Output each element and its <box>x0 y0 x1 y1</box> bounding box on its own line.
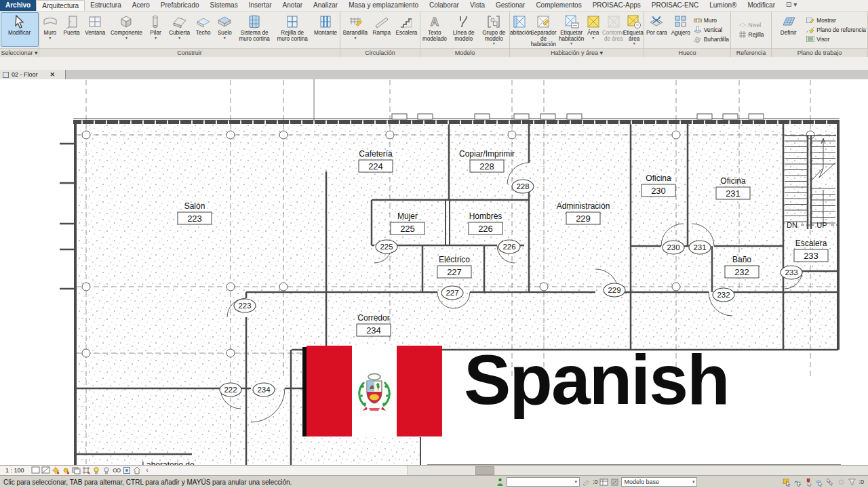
view-tab-close-icon[interactable]: ✕ <box>50 71 56 78</box>
room-label-escalera-233[interactable]: Escalera <box>795 239 827 248</box>
ribbon-button-vertical[interactable]: Vertical <box>694 25 729 35</box>
worksharing-user-icon[interactable] <box>496 478 505 487</box>
drag-on-selection-icon[interactable] <box>826 478 835 487</box>
collapse-icon[interactable]: ‹ <box>143 466 152 474</box>
room-number-234[interactable]: 234 <box>366 325 381 336</box>
door-tag-230[interactable]: 230 <box>667 243 679 251</box>
design-options-combobox[interactable]: ▾ <box>507 477 580 487</box>
select-pinned-icon[interactable] <box>804 478 813 487</box>
ribbon-button-puerta[interactable]: Puerta <box>61 12 83 47</box>
hide-elements-icon[interactable] <box>102 466 111 474</box>
hints-gear-icon[interactable] <box>837 478 846 487</box>
sun-settings-icon[interactable] <box>52 466 60 474</box>
room-number-230[interactable]: 230 <box>651 186 666 196</box>
room-number-225[interactable]: 225 <box>400 224 415 234</box>
ribbon-button-agujero[interactable]: Agujero <box>669 12 692 47</box>
room-number-228[interactable]: 228 <box>479 161 494 171</box>
worksets-dialog-icon[interactable] <box>599 478 608 487</box>
ribbon-button-sistema-de-muro-cortina[interactable]: Sistema de muro cortina <box>235 12 273 47</box>
ribbon-button-separador-de-habitaci-n[interactable]: Separador de habitación <box>528 12 559 47</box>
ribbon-button-grupo-de-modelo[interactable]: Grupo de modelo▾ <box>479 12 509 47</box>
ribbon-button-habitaci-n[interactable]: Habitación <box>510 12 528 47</box>
door-tag-226[interactable]: 226 <box>502 243 515 251</box>
door-tag-227[interactable]: 227 <box>446 289 458 297</box>
room-label-corredor-234[interactable]: Corredor <box>357 313 389 323</box>
shadows-off-icon[interactable] <box>62 466 71 474</box>
horizontal-scrollbar[interactable] <box>407 466 868 475</box>
active-workset-combobox[interactable]: Modelo base ▾ <box>621 477 697 487</box>
menu-tab-prefabricado[interactable]: Prefabricado <box>155 0 205 11</box>
menu-tab-gestionar[interactable]: Gestionar <box>490 0 530 11</box>
menu-tab-acero[interactable]: Acero <box>127 0 155 11</box>
gray-inactive-icon[interactable] <box>610 478 619 487</box>
ribbon-button-modificar[interactable]: Modificar <box>1 12 39 47</box>
menu-tab-proisac-enc[interactable]: PROISAC-ENC <box>646 0 704 11</box>
rendering-icon[interactable] <box>72 466 81 474</box>
ribbon-button-rejilla-de-muro-cortina[interactable]: Rejilla de muro cortina <box>273 12 311 47</box>
menu-tab-arquitectura[interactable]: Arquitectura <box>36 0 85 11</box>
select-links-icon[interactable] <box>783 478 791 487</box>
door-tag-228[interactable]: 228 <box>516 182 529 190</box>
door-tag-233[interactable]: 233 <box>785 268 797 277</box>
menu-tab-analizar[interactable]: Analizar <box>308 0 343 11</box>
ribbon-button-muro[interactable]: Muro▾ <box>39 12 61 47</box>
ribbon-button-cubierta[interactable]: Cubierta▾ <box>166 12 193 47</box>
ribbon-button-ventana[interactable]: Ventana <box>82 12 108 47</box>
room-label-copiar-imprimir-228[interactable]: Copiar/Imprimir <box>459 149 515 159</box>
menu-tab-estructura[interactable]: Estructura <box>85 0 127 11</box>
room-number-229[interactable]: 229 <box>576 214 591 224</box>
ribbon-button-texto-modelado[interactable]: ATexto modelado <box>420 12 449 47</box>
view-tab-02-floor[interactable]: 02 - Floor ✕ <box>0 70 66 79</box>
menu-tab-proisac-apps[interactable]: PROISAC-Apps <box>587 0 646 11</box>
door-tag-222[interactable]: 222 <box>224 386 237 394</box>
ribbon-button-barandilla[interactable]: Barandilla▾ <box>340 12 370 47</box>
menu-tab-masa-y-emplazamiento[interactable]: Masa y emplazamiento <box>343 0 424 11</box>
menu-tab-lumion[interactable]: Lumion® <box>704 0 742 11</box>
room-label-oficina-230[interactable]: Oficina <box>646 174 671 183</box>
room-label-el-ctrico-227[interactable]: Eléctrico <box>439 255 470 264</box>
menu-tab-colaborar[interactable]: Colaborar <box>424 0 465 11</box>
room-number-226[interactable]: 226 <box>478 224 493 234</box>
crop-region-icon[interactable] <box>92 466 101 474</box>
menu-tab-insertar[interactable]: Insertar <box>243 0 277 11</box>
door-tag-234[interactable]: 234 <box>257 386 271 394</box>
ribbon-button-techo[interactable]: Techo <box>193 12 214 47</box>
ribbon-button-etiquetar-habitaci-n[interactable]: Etiquetar habitación▾ <box>559 12 584 47</box>
horizontal-scrollbar-thumb[interactable] <box>475 466 494 475</box>
door-tag-225[interactable]: 225 <box>380 243 393 251</box>
temporary-properties-icon[interactable] <box>123 466 132 474</box>
room-number-224[interactable]: 224 <box>368 161 383 171</box>
room-label-hombres-226[interactable]: Hombres <box>469 211 502 221</box>
room-label-cafeter-a-224[interactable]: Cafetería <box>359 149 393 159</box>
shaded-mode-icon[interactable] <box>41 466 50 474</box>
menu-tab-anotar[interactable]: Anotar <box>277 0 308 11</box>
ribbon-button-suelo[interactable]: Suelo▾ <box>214 12 236 47</box>
door-tag-231[interactable]: 231 <box>693 243 706 251</box>
ribbon-button-buhardilla[interactable]: Buhardilla <box>694 35 729 44</box>
crop-view-icon[interactable] <box>82 466 91 474</box>
ribbon-button-rampa[interactable]: Rampa <box>370 12 393 47</box>
room-label-administraci-n-229[interactable]: Administración <box>557 201 610 211</box>
menu-tab-sistemas[interactable]: Sistemas <box>205 0 243 11</box>
room-number-223[interactable]: 223 <box>187 214 202 224</box>
ribbon-button-componente[interactable]: Componente▾ <box>108 12 145 47</box>
view-scale-button[interactable]: 1 : 100 <box>5 467 24 474</box>
ribbon-button-por-cara[interactable]: Por cara <box>644 12 669 47</box>
ribbon-button-pilar[interactable]: Pilar▾ <box>145 12 167 47</box>
select-by-face-icon[interactable] <box>815 478 824 487</box>
door-tag-223[interactable]: 223 <box>238 302 251 310</box>
ribbon-button-montante[interactable]: Montante <box>311 12 340 47</box>
menu-tab-archivo[interactable]: Archivo <box>0 0 36 11</box>
room-label-oficina-231[interactable]: Oficina <box>720 176 746 186</box>
ribbon-button-escalera[interactable]: Escalera <box>393 12 420 47</box>
editable-only-icon[interactable] <box>582 478 591 487</box>
select-underlay-icon[interactable] <box>793 478 802 487</box>
ribbon-button-etiquetar-rea[interactable]: Etiquetar área▾ <box>625 12 644 47</box>
room-number-233[interactable]: 233 <box>804 251 818 261</box>
menu-tab-modificar[interactable]: Modificar <box>742 0 781 11</box>
room-label-ba-o-232[interactable]: Baño <box>732 255 751 264</box>
room-number-231[interactable]: 231 <box>726 188 741 199</box>
menu-tab-vista[interactable]: Vista <box>465 0 490 11</box>
room-number-227[interactable]: 227 <box>447 267 462 277</box>
room-label-mujer-225[interactable]: Mujer <box>397 211 418 221</box>
